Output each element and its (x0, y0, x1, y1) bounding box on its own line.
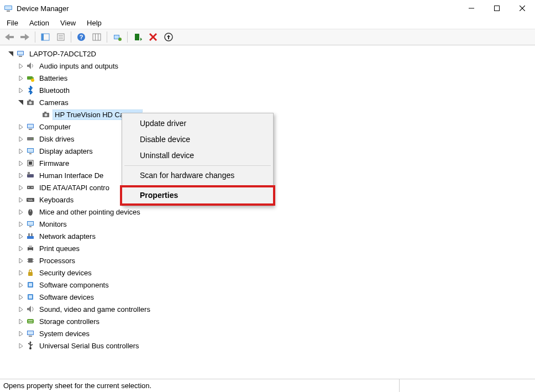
svg-marker-103 (19, 307, 23, 312)
tree-node[interactable]: Processors (3, 254, 535, 266)
menu-help[interactable]: Help (82, 18, 106, 28)
hid-icon (25, 170, 35, 180)
context-menu-item[interactable]: Disable device (123, 132, 272, 148)
tree-node[interactable]: Audio inputs and outputs (3, 60, 535, 72)
expander-closed-icon[interactable] (17, 281, 24, 289)
expander-open-icon[interactable] (17, 98, 24, 106)
toolbar-scan-button[interactable] (130, 30, 145, 44)
disk-icon (25, 134, 35, 144)
expander-closed-icon[interactable] (17, 317, 24, 325)
svg-rect-80 (29, 226, 32, 227)
svg-rect-73 (28, 200, 33, 201)
cpu-icon (25, 255, 35, 265)
svg-rect-63 (28, 172, 30, 175)
svg-point-22 (118, 38, 122, 41)
minimize-button[interactable] (459, 0, 484, 17)
svg-marker-109 (19, 331, 23, 336)
context-menu-item[interactable]: Update driver (123, 116, 272, 132)
context-menu-separator (124, 185, 271, 186)
expander-closed-icon[interactable] (17, 342, 24, 349)
toolbar-uninstall-button[interactable] (146, 30, 160, 44)
svg-rect-72 (31, 199, 32, 200)
toolbar-back-button[interactable] (2, 30, 17, 44)
tree-node[interactable]: Universal Serial Bus controllers (3, 339, 535, 352)
menu-view[interactable]: View (56, 18, 80, 28)
tree-node[interactable]: System devices (3, 327, 535, 339)
svg-point-67 (32, 187, 33, 188)
expander-closed-icon[interactable] (17, 184, 24, 191)
tree-node[interactable]: Software devices (3, 291, 535, 303)
expander-closed-icon[interactable] (17, 305, 24, 313)
svg-marker-51 (19, 137, 23, 142)
tree-node-label: Universal Serial Bus controllers (38, 341, 141, 351)
expander-closed-icon[interactable] (17, 74, 24, 82)
expander-closed-icon[interactable] (17, 293, 24, 301)
tree-node-label: Processors (38, 256, 77, 265)
svg-marker-64 (19, 185, 23, 190)
toolbar-update-driver-button[interactable] (110, 30, 124, 44)
toolbar-forward-button[interactable] (18, 30, 32, 44)
battery-icon (25, 73, 35, 83)
svg-rect-83 (28, 233, 30, 236)
expander-closed-icon[interactable] (17, 257, 24, 264)
context-menu-item[interactable]: Uninstall device (123, 148, 272, 164)
context-menu-item[interactable]: Properties (123, 187, 272, 203)
svg-marker-100 (19, 295, 23, 300)
tree-node[interactable]: Monitors (3, 218, 535, 230)
menu-action[interactable]: Action (25, 18, 54, 28)
expander-open-icon[interactable] (7, 50, 14, 58)
tree-node-label: Bluetooth (38, 86, 71, 95)
expander-closed-icon[interactable] (17, 171, 24, 179)
expander-closed-icon[interactable] (17, 62, 24, 70)
expander-closed-icon[interactable] (17, 123, 24, 130)
expander-closed-icon[interactable] (17, 135, 24, 143)
context-menu-separator (124, 165, 271, 166)
expander-closed-icon[interactable] (17, 196, 24, 203)
toolbar-showhide-button[interactable] (38, 30, 53, 44)
tree-node[interactable]: Storage controllers (3, 315, 535, 327)
expander-closed-icon[interactable] (17, 208, 24, 216)
tree-node[interactable]: LAPTOP-7ADCLT2D (3, 48, 535, 60)
tree-node[interactable]: Batteries (3, 72, 535, 84)
menu-file[interactable]: File (2, 18, 23, 28)
svg-point-45 (45, 114, 48, 117)
tree-node[interactable]: Cameras (3, 96, 535, 108)
statusbar: Opens property sheet for the current sel… (0, 379, 535, 392)
expander-closed-icon[interactable] (17, 147, 24, 155)
expander-closed-icon[interactable] (17, 330, 24, 337)
tree-node[interactable]: Network adapters (3, 230, 535, 242)
expander-closed-icon[interactable] (17, 269, 24, 276)
svg-marker-39 (19, 88, 23, 93)
svg-rect-106 (27, 319, 34, 323)
svg-rect-32 (19, 56, 22, 57)
expander-closed-icon[interactable] (32, 111, 40, 118)
toolbar-refresh-button[interactable] (90, 30, 104, 44)
device-tree[interactable]: LAPTOP-7ADCLT2DAudio inputs and outputsB… (0, 45, 535, 379)
toolbar-add-legacy-button[interactable] (161, 30, 176, 44)
context-menu-item[interactable]: Scan for hardware changes (123, 168, 272, 184)
tree-node[interactable]: Bluetooth (3, 84, 535, 96)
expander-closed-icon[interactable] (17, 244, 24, 252)
svg-marker-34 (27, 62, 31, 69)
svg-rect-108 (28, 322, 33, 322)
expander-closed-icon[interactable] (17, 232, 24, 240)
close-button[interactable] (510, 0, 535, 17)
system-icon (25, 328, 35, 338)
storage-icon (25, 316, 35, 326)
svg-rect-82 (27, 236, 34, 239)
tree-node[interactable]: Print queues (3, 242, 535, 254)
svg-rect-111 (28, 331, 33, 334)
expander-closed-icon[interactable] (17, 86, 24, 94)
tree-node[interactable]: Software components (3, 279, 535, 291)
tree-node[interactable]: Sound, video and game controllers (3, 303, 535, 315)
svg-marker-97 (19, 283, 23, 288)
tree-node[interactable]: Mice and other pointing devices (3, 206, 535, 218)
svg-rect-107 (28, 320, 33, 321)
maximize-button[interactable] (484, 0, 510, 17)
toolbar-properties-button[interactable] (54, 30, 68, 44)
expander-closed-icon[interactable] (17, 220, 24, 228)
svg-text:?: ? (80, 34, 83, 40)
expander-closed-icon[interactable] (17, 159, 24, 167)
tree-node[interactable]: Security devices (3, 266, 535, 279)
toolbar-help-button[interactable]: ? (74, 30, 88, 44)
